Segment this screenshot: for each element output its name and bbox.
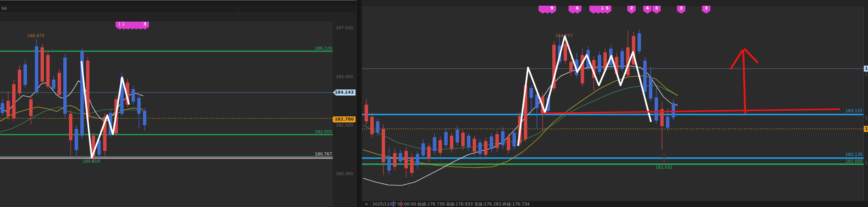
candle-body bbox=[143, 111, 146, 125]
left-toolbar-divider bbox=[238, 5, 238, 13]
left-chart-margin bbox=[0, 13, 361, 21]
candle-body bbox=[46, 55, 50, 86]
axis-price-label-clipped: 1 bbox=[865, 72, 868, 77]
candle-body bbox=[29, 99, 33, 116]
candle-body bbox=[655, 97, 658, 121]
window-separator[interactable] bbox=[356, 0, 362, 207]
right-window-topbar bbox=[362, 0, 868, 7]
candle-body bbox=[666, 117, 669, 128]
right-chart-canvas[interactable] bbox=[362, 6, 863, 201]
candle-body bbox=[63, 58, 67, 114]
axis-price-label: 182.500 bbox=[336, 123, 353, 128]
price-chip-clipped: 1 bbox=[864, 66, 868, 72]
candle-body bbox=[530, 88, 533, 98]
candle-body bbox=[444, 132, 448, 145]
candle-body bbox=[404, 151, 408, 168]
candle-body bbox=[649, 77, 652, 99]
level-price-chip: 182.780 bbox=[333, 116, 356, 122]
candle-body bbox=[478, 143, 482, 154]
candle-body bbox=[416, 154, 419, 165]
price-chip-clipped: 1 bbox=[864, 126, 868, 132]
candle-body bbox=[41, 47, 44, 82]
right-chart-window: 11111 + : 2025/11/07 00:00:00 始値:176.739… bbox=[362, 0, 868, 207]
candle-body bbox=[393, 153, 396, 167]
left-window-titlebar bbox=[0, 1, 361, 5]
axis-price-label: 180.000 bbox=[336, 171, 353, 176]
ohlc-status-text: + : 2025/11/07 00:00:00 始値:176.739 高値:17… bbox=[365, 202, 530, 207]
candle-body bbox=[473, 139, 476, 152]
candle-body bbox=[1, 103, 4, 113]
candle-body bbox=[410, 157, 414, 173]
candle-body bbox=[564, 44, 567, 61]
candle-body bbox=[439, 140, 442, 153]
left-toolbar[interactable]: 94 bbox=[0, 5, 361, 13]
candle-body bbox=[365, 105, 368, 121]
current-price-chip: 184.143 bbox=[333, 89, 356, 96]
candle-body bbox=[376, 121, 379, 133]
status-bar-tick bbox=[401, 201, 401, 207]
axis-price-label: 187.500 bbox=[336, 25, 353, 30]
candle-body bbox=[6, 101, 10, 116]
axis-price-label-clipped: 1 bbox=[865, 160, 868, 165]
axis-price-label: 185.000 bbox=[336, 74, 353, 79]
candle-body bbox=[370, 117, 374, 134]
candle-body bbox=[52, 80, 55, 89]
candle-body bbox=[507, 136, 510, 150]
candle-body bbox=[18, 70, 21, 93]
candle-body bbox=[450, 136, 453, 149]
candle-body bbox=[382, 129, 385, 162]
candle-body bbox=[399, 153, 402, 162]
candle-body bbox=[137, 98, 141, 114]
red-arrow-wing bbox=[731, 51, 742, 69]
ohlc-status-bar: + : 2025/11/07 00:00:00 始値:176.739 高値:17… bbox=[362, 201, 868, 207]
left-chart-window: 94 187.500185.000182.500180.000184.14318… bbox=[0, 0, 361, 207]
candle-body bbox=[421, 143, 425, 155]
candle-body bbox=[638, 33, 641, 51]
candle-body bbox=[569, 62, 573, 72]
candle-body bbox=[501, 131, 505, 145]
red-arrow-drawing[interactable] bbox=[743, 50, 745, 113]
left-chart-canvas[interactable] bbox=[0, 21, 333, 207]
candle-body bbox=[490, 136, 493, 149]
candle-body bbox=[69, 114, 72, 140]
candle-body bbox=[512, 133, 516, 146]
candle-body bbox=[672, 103, 675, 118]
candle-body bbox=[433, 137, 436, 151]
candle-body bbox=[467, 136, 470, 147]
candle-body bbox=[387, 158, 391, 171]
candle-body bbox=[620, 51, 624, 68]
candle-body bbox=[484, 141, 487, 155]
red-trendline-drawing[interactable] bbox=[542, 109, 840, 113]
candle-body bbox=[12, 84, 16, 118]
trading-workspace: 94 187.500185.000182.500180.000184.14318… bbox=[0, 0, 868, 207]
left-symbol-label: 94 bbox=[2, 6, 7, 11]
candle-body bbox=[598, 55, 601, 72]
candle-body bbox=[58, 73, 61, 95]
candle-body bbox=[456, 130, 459, 143]
candle-body bbox=[35, 46, 38, 92]
candle-body bbox=[75, 129, 78, 150]
candle-body bbox=[643, 61, 647, 92]
candle-body bbox=[132, 89, 135, 102]
right-price-axis[interactable]: 11111 bbox=[863, 6, 868, 201]
red-arrow-wing bbox=[745, 49, 757, 62]
left-price-axis[interactable]: 187.500185.000182.500180.000184.143182.7… bbox=[333, 13, 356, 207]
candle-body bbox=[535, 95, 539, 108]
candle-body bbox=[24, 64, 27, 85]
candle-body bbox=[495, 134, 499, 148]
status-bar-tick bbox=[393, 201, 394, 207]
candle-body bbox=[427, 146, 431, 158]
candle-body bbox=[461, 133, 465, 146]
axis-price-label-clipped: 1 bbox=[865, 115, 868, 120]
